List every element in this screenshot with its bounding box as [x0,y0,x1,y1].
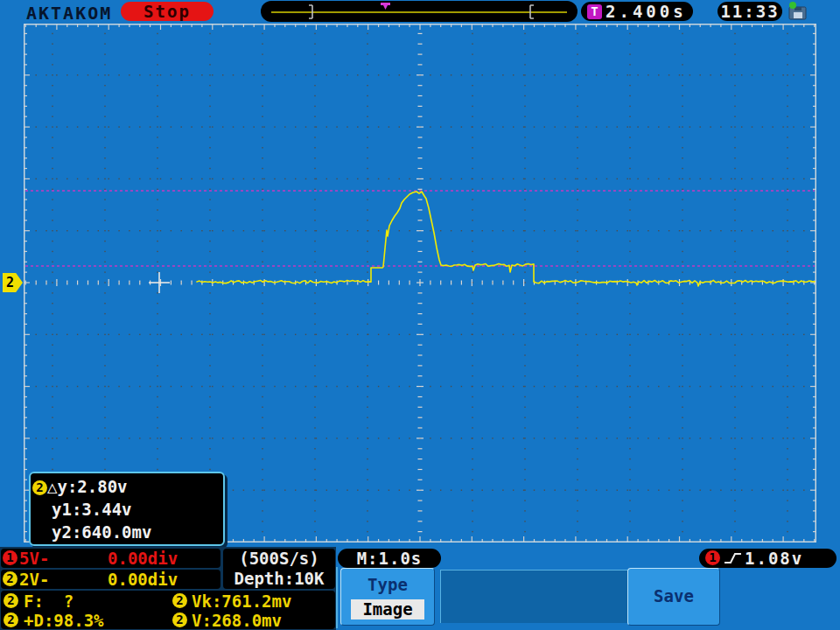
meas-duty: +D:98.3% [24,611,104,630]
channel2-marker[interactable]: 2 [3,273,23,292]
measurements-box: 2 F: ? 2 Vk:761.2mv 2 +D:98.3% 2 V:268.0… [1,591,335,629]
memory-depth: Depth:10K [223,569,335,589]
cursor-delta-value: △y:2.80v [47,477,128,496]
acquisition-box: (500S/s) Depth:10K [223,549,335,589]
channel2-status-row[interactable]: 2 2V- 0.00div [1,570,220,589]
meas-v: V:268.0mv [192,611,282,630]
trigger-time-readout: T 2.400s [581,2,693,21]
waveform-display [24,24,816,542]
channel1-scale: 5V- [19,549,49,568]
type-label: Type [341,575,434,594]
brand-logo: AKTAKOM [26,3,112,24]
trigger-source-badge: 1 [705,550,720,565]
channel2-offset: 0.00div [108,570,178,589]
meas-vk: Vk:761.2mv [192,592,291,611]
channel1-status-row[interactable]: 1 5V- 0.00div [1,549,220,568]
type-menu-button[interactable]: Type Image [340,568,435,626]
channel2-badge: 2 [32,480,47,495]
channel2-badge: 2 [3,571,18,586]
save-button[interactable]: Save [627,568,720,626]
trigger-position-graphic [261,1,578,22]
disk-icon [786,1,810,22]
trigger-position-bar[interactable] [261,1,578,22]
cursor-y2-value: y2:640.0mv [31,521,223,543]
trigger-level-value: 1.08v [745,549,803,568]
meas-badge-1: 2 [4,593,18,608]
type-selected-value: Image [351,599,424,620]
channel2-scale: 2V- [19,570,49,589]
cursor-delta-row: 2△y:2.80v [31,475,223,498]
meas-badge-2: 2 [172,593,187,608]
timebase-readout[interactable]: M:1.0s [338,549,441,568]
menu-background-panel [440,570,627,623]
meas-frequency: F: ? [24,592,74,611]
clock: 11:33 [718,2,782,21]
meas-badge-3: 2 [4,612,18,627]
cursor-measurement-box: 2△y:2.80v y1:3.44v y2:640.0mv [29,472,225,546]
channel1-badge: 1 [3,550,18,565]
status-left-panel: 1 5V- 0.00div 2 2V- 0.00div (500S/s) Dep… [0,547,336,630]
run-stop-button[interactable]: Stop [121,2,214,21]
menu-divider [336,567,338,628]
trigger-t-icon: T [587,4,602,19]
trigger-level-readout[interactable]: 1 1.08v [699,549,836,568]
cursor-y1-value: y1:3.44v [31,498,223,521]
rising-edge-icon [724,551,743,565]
channel1-offset: 0.00div [108,549,178,568]
sample-rate: (500S/s) [223,549,335,569]
trigger-position-marker-icon [381,3,390,10]
trigger-time-value: 2.400s [606,2,687,21]
meas-badge-4: 2 [172,612,187,627]
